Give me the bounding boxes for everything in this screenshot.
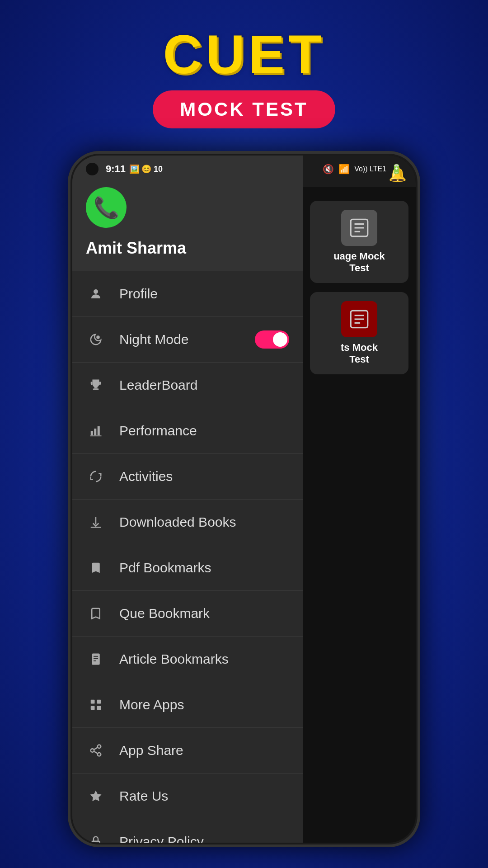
svg-rect-2 — [94, 387, 98, 389]
ts-mock-title: ts MockTest — [341, 342, 378, 365]
privacy-policy-label: Privacy Policy — [119, 834, 204, 843]
download-icon — [86, 512, 106, 532]
user-name: Amit Sharma — [86, 239, 289, 258]
battery-icon: 🔋 — [391, 164, 402, 175]
more-apps-label: More Apps — [119, 697, 184, 712]
svg-rect-6 — [98, 426, 100, 435]
svg-rect-5 — [94, 429, 96, 435]
more-apps-icon — [86, 695, 106, 715]
night-mode-toggle[interactable] — [255, 330, 289, 349]
person-icon — [86, 284, 106, 304]
lock-icon — [86, 832, 106, 843]
trophy-icon — [86, 375, 106, 395]
signal-icon: Vo)) LTE1 — [354, 165, 386, 173]
drawer-item-rate-us[interactable]: Rate Us — [72, 774, 303, 819]
user-avatar: 📞 — [86, 187, 127, 228]
wifi-icon: 📶 — [338, 164, 350, 175]
drawer-item-more-apps[interactable]: More Apps — [72, 682, 303, 728]
article-bookmarks-label: Article Bookmarks — [119, 651, 229, 667]
svg-line-19 — [94, 751, 98, 754]
share-icon — [86, 741, 106, 760]
svg-point-18 — [98, 753, 101, 756]
svg-rect-3 — [93, 389, 99, 390]
svg-line-20 — [94, 747, 98, 750]
activities-icon — [86, 467, 106, 486]
drawer-item-app-share[interactable]: App Share — [72, 728, 303, 774]
drawer-item-night-mode[interactable]: Night Mode — [72, 317, 303, 363]
pdf-bookmarks-label: Pdf Bookmarks — [119, 560, 211, 576]
svg-marker-21 — [90, 791, 102, 802]
performance-label: Performance — [119, 423, 197, 439]
leaderboard-label: LeaderBoard — [119, 377, 197, 393]
rate-us-label: Rate Us — [119, 788, 168, 804]
status-right: 🔇 📶 Vo)) LTE1 🔋 — [323, 164, 402, 175]
svg-point-17 — [91, 749, 94, 752]
svg-rect-15 — [97, 706, 101, 710]
camera-notch — [86, 163, 99, 175]
language-mock-icon — [341, 210, 377, 246]
drawer: 📞 Amit Sharma Profile — [72, 156, 303, 843]
activities-label: Activities — [119, 469, 173, 484]
pdf-bookmark-icon — [86, 558, 106, 578]
status-left: 9:11 🖼️ 😊 10 — [86, 163, 163, 175]
svg-point-0 — [94, 289, 98, 294]
phone-screen: 9:11 🖼️ 😊 10 🔇 📶 Vo)) LTE1 🔋 📞 Amit Shar… — [72, 156, 416, 843]
drawer-item-performance[interactable]: Performance — [72, 408, 303, 454]
status-icons: 🖼️ 😊 10 — [129, 164, 163, 174]
drawer-item-que-bookmark[interactable]: Que Bookmark — [72, 591, 303, 637]
mock-test-badge: MOCK TEST — [153, 90, 335, 128]
chart-icon — [86, 421, 106, 441]
phone-frame: 9:11 🖼️ 😊 10 🔇 📶 Vo)) LTE1 🔋 📞 Amit Shar… — [68, 151, 420, 847]
drawer-item-pdf-bookmarks[interactable]: Pdf Bookmarks — [72, 545, 303, 591]
app-title: CUET — [163, 27, 325, 81]
svg-rect-14 — [91, 706, 95, 710]
main-content: 🔔 uage MockTest — [303, 156, 416, 843]
drawer-item-privacy-policy[interactable]: Privacy Policy — [72, 819, 303, 843]
drawer-item-downloaded-books[interactable]: Downloaded Books — [72, 500, 303, 545]
moon-icon — [86, 330, 106, 349]
drawer-item-activities[interactable]: Activities — [72, 454, 303, 500]
que-bookmark-label: Que Bookmark — [119, 606, 210, 621]
article-bookmark-icon — [86, 649, 106, 669]
drawer-item-leaderboard[interactable]: LeaderBoard — [72, 363, 303, 408]
language-mock-title: uage MockTest — [333, 250, 385, 274]
mute-icon: 🔇 — [323, 164, 334, 175]
profile-label: Profile — [119, 286, 158, 302]
star-icon — [86, 786, 106, 806]
avatar-icon: 📞 — [94, 195, 119, 220]
app-share-label: App Share — [119, 743, 183, 758]
language-mock-card[interactable]: uage MockTest — [310, 201, 408, 283]
drawer-items: Profile Night Mode — [72, 271, 303, 843]
svg-rect-22 — [92, 841, 100, 843]
svg-rect-4 — [91, 431, 93, 435]
drawer-item-profile[interactable]: Profile — [72, 271, 303, 317]
night-mode-label: Night Mode — [119, 332, 188, 347]
ts-mock-card[interactable]: ts MockTest — [310, 292, 408, 374]
drawer-item-article-bookmarks[interactable]: Article Bookmarks — [72, 637, 303, 682]
svg-rect-8 — [92, 654, 100, 665]
que-bookmark-icon — [86, 604, 106, 623]
svg-point-1 — [97, 336, 99, 339]
svg-rect-13 — [97, 700, 101, 704]
svg-point-16 — [98, 745, 101, 749]
status-bar: 9:11 🖼️ 😊 10 🔇 📶 Vo)) LTE1 🔋 — [72, 156, 416, 183]
ts-mock-icon — [341, 301, 377, 337]
downloaded-books-label: Downloaded Books — [119, 514, 236, 530]
status-time: 9:11 — [106, 163, 126, 175]
svg-rect-12 — [91, 700, 95, 704]
